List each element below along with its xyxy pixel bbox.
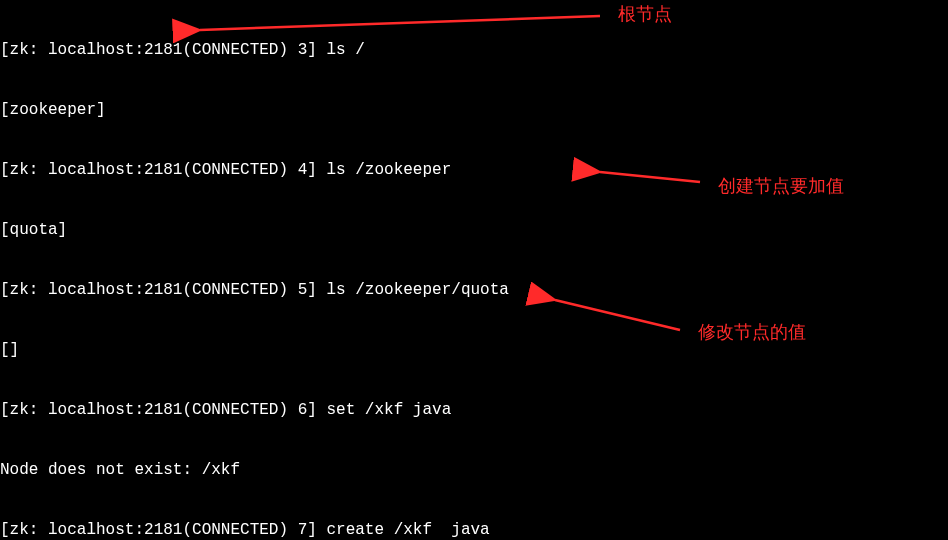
terminal-line: [zookeeper] xyxy=(0,100,948,120)
terminal-line: [quota] xyxy=(0,220,948,240)
terminal-line: [] xyxy=(0,340,948,360)
annotation-modify-value: 修改节点的值 xyxy=(698,322,806,342)
terminal-line: Node does not exist: /xkf xyxy=(0,460,948,480)
terminal-line: [zk: localhost:2181(CONNECTED) 5] ls /zo… xyxy=(0,280,948,300)
terminal-line: [zk: localhost:2181(CONNECTED) 3] ls / xyxy=(0,40,948,60)
terminal-line: [zk: localhost:2181(CONNECTED) 7] create… xyxy=(0,520,948,540)
annotation-root-node: 根节点 xyxy=(618,4,672,24)
annotation-create-node: 创建节点要加值 xyxy=(718,176,844,196)
terminal-output: [zk: localhost:2181(CONNECTED) 3] ls / [… xyxy=(0,0,948,540)
terminal-line: [zk: localhost:2181(CONNECTED) 6] set /x… xyxy=(0,400,948,420)
